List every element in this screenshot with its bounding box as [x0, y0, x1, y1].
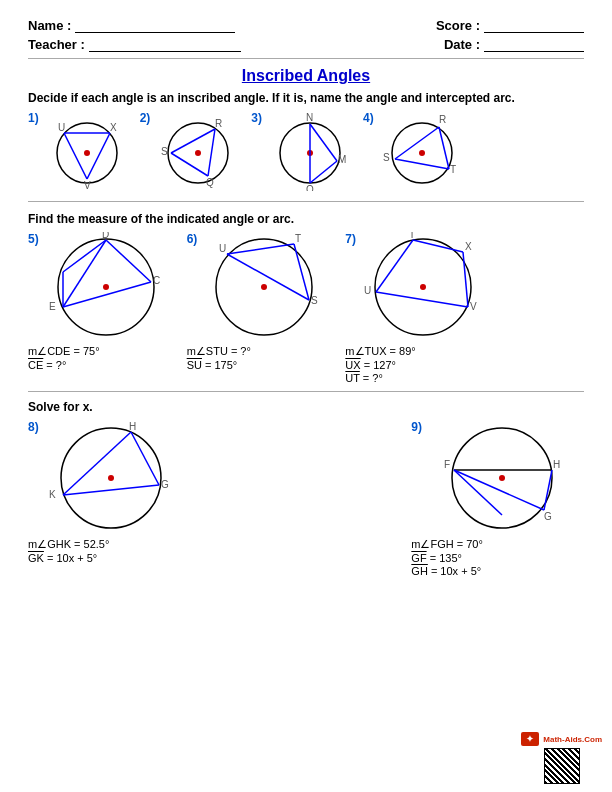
- section3: Solve for x. 8) H G K: [28, 400, 584, 578]
- problem-5: 5) D C E m: [28, 232, 171, 372]
- svg-text:S: S: [161, 146, 168, 157]
- svg-point-9: [195, 150, 201, 156]
- svg-text:U: U: [364, 285, 371, 296]
- prob5-svg: D C E: [41, 232, 171, 342]
- svg-point-61: [108, 475, 114, 481]
- score-line: [484, 18, 584, 33]
- svg-line-11: [171, 153, 208, 176]
- problems-row3: 8) H G K m∠GHK = 52.5° GK: [28, 420, 584, 578]
- page-title: Inscribed Angles: [28, 67, 584, 85]
- prob7-number: 7): [345, 232, 356, 246]
- date-label: Date :: [444, 37, 480, 52]
- section3-divider: [28, 391, 584, 392]
- header-row1: Name : Score :: [28, 18, 584, 33]
- svg-text:R: R: [215, 118, 222, 129]
- svg-line-3: [64, 133, 87, 179]
- prob8-number: 8): [28, 420, 39, 434]
- prob6-answers: m∠STU = ?° SU = 175°: [187, 344, 330, 372]
- prob4-number: 4): [363, 111, 374, 125]
- header-divider: [28, 58, 584, 59]
- problem-9: 9) F H G m∠FGH = 70°: [411, 420, 584, 578]
- header-row2: Teacher : Date :: [28, 37, 584, 52]
- prob4-svg: R S T: [377, 111, 467, 191]
- prob7-svg: T X U V: [358, 232, 488, 342]
- prob7-line3: UT = ?°: [345, 372, 488, 384]
- svg-text:O: O: [306, 184, 314, 191]
- prob5-line2: CE = ?°: [28, 359, 171, 371]
- problem-6: 6) U T S m∠STU = ?° SU = 1: [187, 232, 330, 372]
- svg-line-46: [294, 244, 309, 300]
- prob6-line1: m∠STU = ?°: [187, 345, 330, 358]
- svg-text:G: G: [161, 479, 169, 490]
- svg-line-71: [454, 470, 544, 510]
- qr-code: [544, 748, 580, 784]
- problem-7: 7) T X U V: [345, 232, 488, 385]
- name-line: [75, 18, 235, 33]
- teacher-label: Teacher :: [28, 37, 85, 52]
- svg-text:H: H: [553, 459, 560, 470]
- svg-text:U: U: [219, 243, 226, 254]
- footer-logo: ✦ Math-Aids.Com: [521, 732, 602, 784]
- svg-line-54: [463, 252, 468, 307]
- score-label: Score :: [436, 18, 480, 33]
- brand-label: Math-Aids.Com: [543, 735, 602, 744]
- svg-text:G: G: [544, 511, 552, 522]
- section1-instruction: Decide if each angle is an inscribed ang…: [28, 91, 584, 105]
- prob5-number: 5): [28, 232, 39, 246]
- prob3-number: 3): [251, 111, 262, 125]
- svg-text:S: S: [383, 152, 390, 163]
- prob5-answers: m∠CDE = 75° CE = ?°: [28, 344, 171, 372]
- problem-4: 4) R S T: [363, 111, 467, 191]
- svg-text:N: N: [306, 112, 313, 123]
- svg-text:K: K: [49, 489, 56, 500]
- prob9-answers: m∠FGH = 70° GF = 135° GH = 10x + 5°: [411, 537, 584, 578]
- svg-text:V: V: [470, 301, 477, 312]
- prob3-svg: N M O: [265, 111, 355, 191]
- problem-8: 8) H G K m∠GHK = 52.5° GK: [28, 420, 186, 565]
- svg-text:T: T: [295, 233, 301, 244]
- svg-text:S: S: [311, 295, 318, 306]
- svg-line-44: [227, 244, 294, 254]
- svg-line-10: [171, 129, 215, 153]
- prob9-line1: m∠FGH = 70°: [411, 538, 584, 551]
- svg-text:T: T: [409, 232, 415, 240]
- section3-instruction: Solve for x.: [28, 400, 584, 414]
- svg-line-62: [131, 432, 159, 485]
- prob1-number: 1): [28, 111, 39, 125]
- score-field: Score :: [436, 18, 584, 33]
- svg-text:X: X: [110, 122, 117, 133]
- prob9-line3: GH = 10x + 5°: [411, 565, 584, 577]
- teacher-line: [89, 37, 241, 52]
- svg-text:M: M: [338, 154, 346, 165]
- problem-3: 3) N M O: [251, 111, 355, 191]
- prob7-line2: UX = 127°: [345, 359, 488, 371]
- prob8-line2: GK = 10x + 5°: [28, 552, 186, 564]
- svg-text:U: U: [58, 122, 65, 133]
- prob2-svg: S R Q: [153, 111, 243, 191]
- svg-line-55: [376, 292, 468, 307]
- problem-1: 1) U X V: [28, 111, 132, 191]
- svg-line-63: [63, 432, 131, 495]
- name-label: Name :: [28, 18, 71, 33]
- svg-line-28: [395, 159, 449, 169]
- name-field: Name :: [28, 18, 235, 33]
- svg-line-34: [106, 240, 151, 282]
- svg-text:H: H: [129, 421, 136, 432]
- worksheet-page: Name : Score : Teacher : Date : Inscribe…: [0, 0, 612, 792]
- svg-point-25: [419, 150, 425, 156]
- prob7-answers: m∠TUX = 89° UX = 127° UT = ?°: [345, 344, 488, 385]
- svg-text:D: D: [102, 232, 109, 240]
- circles-row-1: 1) U X V 2): [28, 111, 584, 191]
- section2-divider: [28, 201, 584, 202]
- prob9-line2: GF = 135°: [411, 552, 584, 564]
- svg-text:V: V: [84, 180, 91, 191]
- prob7-line1: m∠TUX = 89°: [345, 345, 488, 358]
- svg-line-4: [87, 133, 110, 179]
- prob8-svg: H G K: [41, 420, 186, 535]
- svg-text:T: T: [450, 164, 456, 175]
- section2: Find the measure of the indicated angle …: [28, 212, 584, 385]
- svg-text:F: F: [444, 459, 450, 470]
- svg-text:R: R: [439, 114, 446, 125]
- teacher-field: Teacher :: [28, 37, 241, 52]
- prob6-number: 6): [187, 232, 198, 246]
